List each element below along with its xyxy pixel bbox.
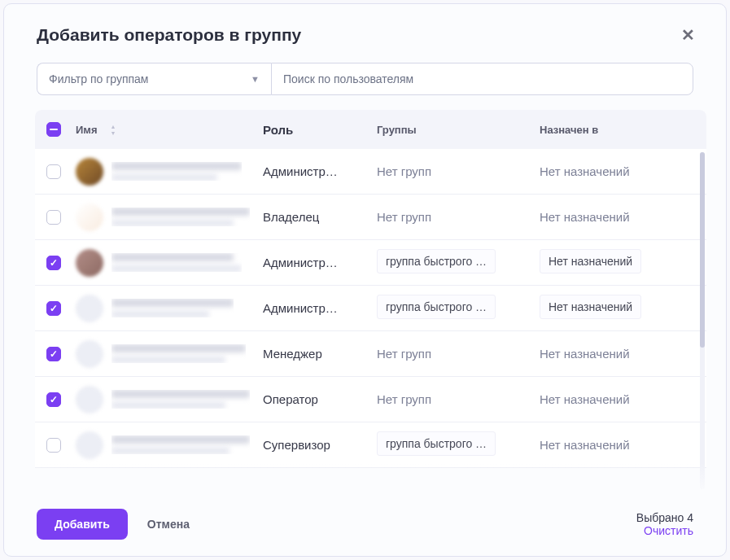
table-row: Администр…группа быстрого …Нет назначени… xyxy=(35,240,706,286)
role-cell: Менеджер xyxy=(263,347,377,361)
user-name xyxy=(111,299,234,307)
no-assign-label: Нет назначений xyxy=(540,164,630,178)
modal-title: Добавить операторов в группу xyxy=(37,25,301,45)
no-groups-label: Нет групп xyxy=(377,164,431,178)
no-assign-label: Нет назначений xyxy=(540,210,630,224)
selected-count: Выбрано 4 xyxy=(636,511,693,524)
row-checkbox[interactable] xyxy=(46,438,61,453)
user-email xyxy=(111,220,234,226)
add-operators-modal: Добавить операторов в группу ✕ Фильтр по… xyxy=(3,3,727,557)
user-name xyxy=(111,208,250,216)
table-row: ОператорНет группНет назначений xyxy=(35,377,706,422)
operators-table: Имя ▲▼ Роль Группы Назначен в Администр…… xyxy=(35,110,706,496)
scrollbar-thumb[interactable] xyxy=(700,152,705,348)
no-groups-label: Нет групп xyxy=(377,347,431,361)
user-email xyxy=(111,402,225,409)
user-name xyxy=(111,390,250,398)
avatar xyxy=(76,431,103,459)
role-cell: Администр… xyxy=(263,164,377,178)
role-cell: Супервизор xyxy=(263,438,377,452)
no-assign-label: Нет назначений xyxy=(540,438,630,452)
col-groups-header: Группы xyxy=(377,124,540,136)
col-role-header: Роль xyxy=(263,123,377,137)
user-email xyxy=(111,448,229,454)
close-button[interactable]: ✕ xyxy=(675,22,702,48)
user-name xyxy=(111,162,242,170)
user-email xyxy=(111,357,225,363)
avatar xyxy=(76,158,103,186)
user-search-input[interactable] xyxy=(271,63,693,95)
user-name xyxy=(111,435,250,444)
role-cell: Владелец xyxy=(263,210,377,224)
group-filter-dropdown[interactable]: Фильтр по группам ▼ xyxy=(37,63,271,95)
row-checkbox[interactable] xyxy=(46,256,61,270)
group-chip: группа быстрого … xyxy=(377,295,496,319)
group-chip: группа быстрого … xyxy=(377,249,496,273)
select-all-checkbox[interactable] xyxy=(46,122,61,137)
role-cell: Администр… xyxy=(263,256,377,269)
assigned-chip: Нет назначений xyxy=(540,249,641,273)
table-row: Супервизоргруппа быстрого …Нет назначени… xyxy=(35,422,706,468)
avatar xyxy=(76,295,103,322)
row-checkbox[interactable] xyxy=(46,347,61,361)
role-cell: Оператор xyxy=(263,392,377,406)
modal-footer: Добавить Отмена Выбрано 4 Очистить xyxy=(4,496,726,556)
user-email xyxy=(111,265,242,272)
user-name xyxy=(111,253,234,261)
row-checkbox[interactable] xyxy=(46,301,61,316)
modal-header: Добавить операторов в группу ✕ xyxy=(4,4,726,48)
table-row: МенеджерНет группНет назначений xyxy=(35,331,706,377)
cancel-button[interactable]: Отмена xyxy=(147,518,190,531)
no-groups-label: Нет групп xyxy=(377,392,431,406)
table-row: Администр…Нет группНет назначений xyxy=(35,149,706,195)
bottom-fade xyxy=(35,463,706,496)
col-assigned-header: Назначен в xyxy=(540,124,706,136)
no-assign-label: Нет назначений xyxy=(540,347,630,361)
add-button[interactable]: Добавить xyxy=(37,509,128,540)
row-checkbox[interactable] xyxy=(46,210,61,225)
avatar xyxy=(76,203,103,231)
filter-bar: Фильтр по группам ▼ xyxy=(4,48,726,95)
table-row: ВладелецНет группНет назначений xyxy=(35,195,706,240)
avatar xyxy=(76,249,103,277)
chevron-down-icon: ▼ xyxy=(251,74,260,84)
user-name xyxy=(111,344,246,352)
row-checkbox[interactable] xyxy=(46,164,61,179)
no-assign-label: Нет назначений xyxy=(540,392,630,406)
group-chip: группа быстрого … xyxy=(377,431,496,456)
role-cell: Администр… xyxy=(263,301,377,315)
row-checkbox[interactable] xyxy=(46,392,61,407)
avatar xyxy=(76,340,103,368)
user-email xyxy=(111,311,209,317)
assigned-chip: Нет назначений xyxy=(540,295,641,319)
avatar xyxy=(76,386,103,413)
sort-icon[interactable]: ▲▼ xyxy=(111,124,116,136)
no-groups-label: Нет групп xyxy=(377,210,431,224)
table-row: Администр…группа быстрого …Нет назначени… xyxy=(35,286,706,331)
clear-selection-link[interactable]: Очистить xyxy=(636,524,693,537)
col-name-header[interactable]: Имя xyxy=(76,124,98,136)
user-email xyxy=(111,174,217,181)
group-filter-label: Фильтр по группам xyxy=(49,72,149,85)
table-header: Имя ▲▼ Роль Группы Назначен в xyxy=(35,110,706,149)
